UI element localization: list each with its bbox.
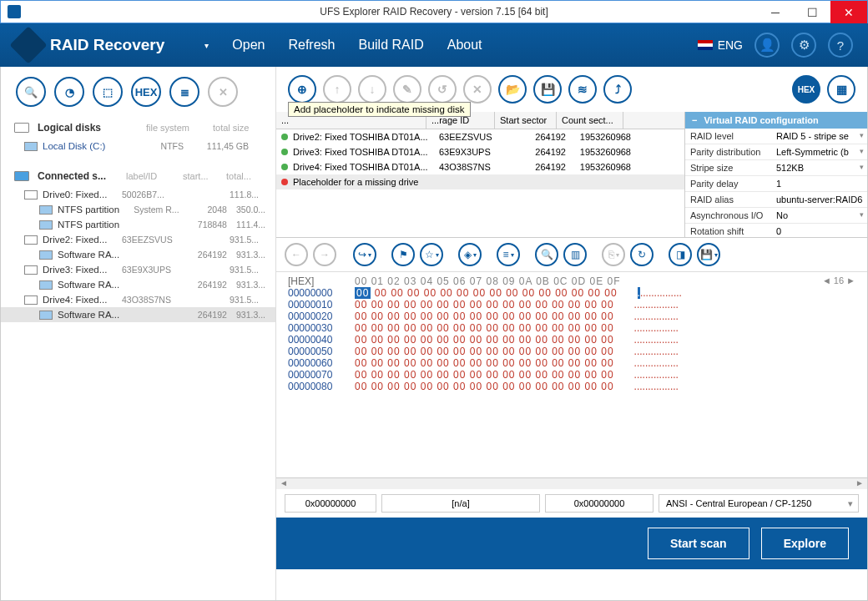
hex-body[interactable]: [HEX] 00 01 02 03 04 05 06 07 08 09 0A 0… xyxy=(276,272,867,477)
language-selector[interactable]: ENG xyxy=(698,38,743,52)
raid-config-pane: −Virtual RAID configuration RAID levelRA… xyxy=(684,112,867,237)
export-button[interactable]: ⤴ xyxy=(603,75,632,104)
hex-scrollbar[interactable] xyxy=(276,477,867,489)
tag-button[interactable]: ◈▾ xyxy=(458,243,482,266)
local-disk-row[interactable]: Local Disk (C:) NTFS 111,45 GB xyxy=(1,139,275,154)
close-button[interactable]: ✕ xyxy=(830,1,867,23)
config-header[interactable]: −Virtual RAID configuration xyxy=(685,112,867,129)
hex-pane: ← → ↪▾ ⚑ ☆▾ ◈▾ ≡▾ 🔍 ▥ ⎘▾ ↻ ◨ 💾▾ xyxy=(276,237,867,518)
config-row[interactable]: Parity distributionLeft-Symmetric (b xyxy=(685,144,867,160)
goto-button[interactable]: ↪▾ xyxy=(353,243,376,266)
search-tool[interactable]: 🔍 xyxy=(16,77,46,107)
config-row[interactable]: RAID levelRAID 5 - stripe se xyxy=(685,129,867,144)
tree-row[interactable]: Drive0: Fixed... 50026B7... 111.8... xyxy=(1,187,275,202)
hex-line[interactable]: 0000000000 00 00 00 00 00 00 00 00 00 00… xyxy=(288,287,855,299)
storage-table: ... ...rage ID Start sector Count sect..… xyxy=(276,112,684,237)
menu-build-raid[interactable]: Build RAID xyxy=(358,38,423,53)
nav-back-button[interactable]: ← xyxy=(285,243,308,266)
move-down-button[interactable]: ↓ xyxy=(358,75,386,104)
offset-box[interactable]: 0x00000000 xyxy=(285,494,376,513)
hex-line[interactable]: 0000001000 00 00 00 00 00 00 00 00 00 00… xyxy=(288,299,855,311)
save-hex-button[interactable]: 💾▾ xyxy=(697,243,720,266)
menu-refresh[interactable]: Refresh xyxy=(288,38,335,53)
drive-icon xyxy=(24,235,38,245)
config-row[interactable]: Parity delay1 xyxy=(685,176,867,192)
edit-button[interactable]: ✎ xyxy=(393,75,421,104)
hex-status-row: 0x00000000 [n/a] 0x00000000 ANSI - Centr… xyxy=(276,489,867,518)
config-row[interactable]: Stripe size512KB xyxy=(685,160,867,176)
storage-row[interactable]: Drive2: Fixed TOSHIBA DT01A... 63EEZSVUS… xyxy=(276,129,684,144)
left-toolbar: 🔍 ◔ ⬚ HEX ≣ ✕ xyxy=(1,67,275,117)
config-row[interactable]: Rotation shift value0 xyxy=(685,224,867,237)
hex-tool[interactable]: HEX xyxy=(131,77,161,107)
move-up-button[interactable]: ↑ xyxy=(323,75,351,104)
user-button[interactable]: 👤 xyxy=(754,33,780,58)
reset-button[interactable]: ↺ xyxy=(428,75,457,104)
tree-row[interactable]: Software RA... 264192 931.3... xyxy=(1,307,275,322)
flag-icon xyxy=(698,40,713,50)
config-row[interactable]: Asynchronous I/ONo xyxy=(685,208,867,224)
storage-row[interactable]: Placeholder for a missing drive xyxy=(276,174,684,189)
tree-row[interactable]: Software RA... 264192 931.3... xyxy=(1,277,275,292)
logo: RAID Recovery xyxy=(15,32,164,58)
menu-about[interactable]: About xyxy=(447,38,482,53)
nav-forward-button[interactable]: → xyxy=(313,243,336,266)
hex-line[interactable]: 0000007000 00 00 00 00 00 00 00 00 00 00… xyxy=(288,369,855,381)
delete-button[interactable]: ✕ xyxy=(463,75,492,104)
grid-button[interactable]: ▦ xyxy=(827,75,855,104)
settings-button[interactable]: ⚙ xyxy=(791,33,816,58)
drive-icon xyxy=(39,205,53,215)
drive-icon xyxy=(39,220,53,230)
status-dot-icon xyxy=(281,149,288,155)
hex-line[interactable]: 0000008000 00 00 00 00 00 00 00 00 00 00… xyxy=(288,381,855,392)
analyze-tool[interactable]: ◔ xyxy=(54,77,84,107)
maximize-button[interactable]: ☐ xyxy=(794,1,830,23)
tree-row[interactable]: Software RA... 264192 931.3... xyxy=(1,247,275,262)
bookmark-button[interactable]: ⚑ xyxy=(391,243,415,266)
tree-row[interactable]: NTFS partition System R... 2048 350.0... xyxy=(1,202,275,217)
encoding-select[interactable]: ANSI - Central European / CP-1250 xyxy=(659,494,859,513)
open-folder-button[interactable]: 📂 xyxy=(498,75,527,104)
disk-tool[interactable]: ⬚ xyxy=(93,77,123,107)
minimize-button[interactable]: ─ xyxy=(757,1,794,23)
copy-button[interactable]: ⎘▾ xyxy=(602,243,625,266)
tree-row[interactable]: NTFS partition 718848 111.4... xyxy=(1,217,275,232)
split-button[interactable]: ▥ xyxy=(563,243,587,266)
compare-button[interactable]: ◨ xyxy=(669,243,692,266)
layers-button[interactable]: ≋ xyxy=(568,75,597,104)
footer: Start scan Explore xyxy=(276,518,867,569)
tooltip: Add placeholder to indicate missing disk xyxy=(288,102,471,117)
hex-line[interactable]: 0000005000 00 00 00 00 00 00 00 00 00 00… xyxy=(288,346,855,357)
save-button[interactable]: 💾 xyxy=(533,75,562,104)
tree-row[interactable]: Drive2: Fixed... 63EEZSVUS 931.5... xyxy=(1,232,275,247)
hex-toggle[interactable]: HEX xyxy=(792,75,820,104)
hex-line[interactable]: 0000004000 00 00 00 00 00 00 00 00 00 00… xyxy=(288,334,855,346)
storage-icon xyxy=(14,171,29,181)
menu-open[interactable]: Open xyxy=(232,38,265,53)
drive-icon xyxy=(39,280,53,290)
explore-button[interactable]: Explore xyxy=(761,528,849,559)
window-controls: ─ ☐ ✕ xyxy=(757,1,867,23)
drive-icon xyxy=(39,311,53,320)
storage-row[interactable]: Drive3: Fixed TOSHIBA DT01A... 63E9X3UPS… xyxy=(276,144,684,159)
find-button[interactable]: 🔍 xyxy=(535,243,558,266)
hex-line[interactable]: 0000002000 00 00 00 00 00 00 00 00 00 00… xyxy=(288,311,855,322)
selection-box[interactable]: 0x00000000 xyxy=(545,494,654,513)
config-row[interactable]: RAID aliasubuntu-server:RAID6 xyxy=(685,192,867,208)
tree-row[interactable]: Drive4: Fixed... 43O38S7NS 931.5... xyxy=(1,292,275,307)
menubar: RAID Recovery ▾ Open Refresh Build RAID … xyxy=(0,23,868,67)
tree-row[interactable]: Drive3: Fixed... 63E9X3UPS 931.5... xyxy=(1,262,275,277)
help-button[interactable]: ? xyxy=(828,33,853,58)
remove-tool[interactable]: ✕ xyxy=(208,77,238,107)
hex-line[interactable]: 0000006000 00 00 00 00 00 00 00 00 00 00… xyxy=(288,357,855,369)
storage-row[interactable]: Drive4: Fixed TOSHIBA DT01A... 43O38S7NS… xyxy=(276,159,684,174)
left-pane: 🔍 ◔ ⬚ HEX ≣ ✕ Logical disks file system … xyxy=(1,67,276,600)
reload-button[interactable]: ↻ xyxy=(630,243,654,266)
start-scan-button[interactable]: Start scan xyxy=(648,528,749,559)
list-tool[interactable]: ≣ xyxy=(169,77,199,107)
list-view-button[interactable]: ≡▾ xyxy=(497,243,520,266)
drive-icon xyxy=(24,265,38,275)
hex-line[interactable]: 0000003000 00 00 00 00 00 00 00 00 00 00… xyxy=(288,322,855,334)
add-placeholder-button[interactable]: ⊕ xyxy=(288,75,316,104)
bookmark-dd-button[interactable]: ☆▾ xyxy=(420,243,443,266)
